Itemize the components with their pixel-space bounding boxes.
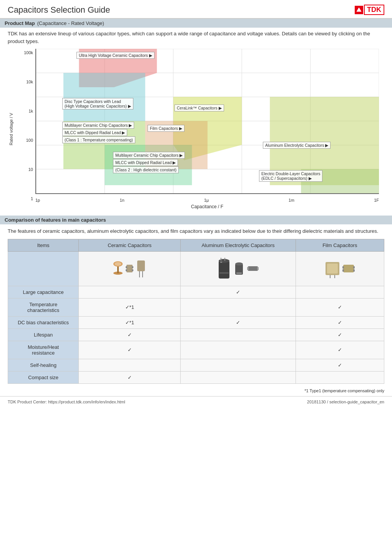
tdk-logo-symbol	[355, 6, 363, 14]
aluminum-dcbias: ✓	[181, 316, 296, 328]
label-mlcc1c: (Class 1 : Temperature compensating)	[62, 136, 135, 143]
section1-bar-label: Product Map	[5, 20, 35, 26]
aluminum-large-icon	[217, 257, 231, 280]
x-tick-1u: 1μ	[204, 198, 209, 202]
film-icons	[299, 255, 381, 282]
svg-rect-43	[247, 267, 249, 270]
film-dcbias: ✓	[296, 316, 384, 328]
y-tick-10: 10	[18, 167, 33, 172]
th-items: Items	[8, 239, 79, 251]
ceramic-lifespan: ✓	[79, 328, 181, 341]
y-tick-100k: 100k	[18, 50, 33, 55]
label-mlcc1[interactable]: Multilayer Ceramic Chip Capacitors ▶	[62, 122, 134, 129]
y-tick-1k: 1k	[18, 109, 33, 113]
aluminum-temp	[181, 298, 296, 316]
table-row: DC bias characteristics ✓*1 ✓ ✓	[8, 316, 384, 328]
film-selfheal: ✓	[296, 359, 384, 371]
section2-bar-label: Comparison of features in main capacitor…	[5, 217, 106, 223]
svg-rect-27	[126, 269, 127, 271]
svg-rect-53	[353, 269, 355, 272]
svg-rect-25	[126, 265, 133, 272]
svg-rect-33	[219, 261, 229, 279]
film-compact	[296, 371, 384, 383]
section2-bar: Comparison of features in main capacitor…	[0, 216, 392, 224]
table-row: Self-healing ✓	[8, 359, 384, 371]
label-mlcc2b[interactable]: MLCC with Dipped Radial Lead ▶	[113, 159, 178, 166]
film-moisture: ✓	[296, 341, 384, 359]
feature-selfheal: Self-healing	[8, 359, 79, 371]
footer-left: TDK Product Center: https://product.tdk.…	[8, 400, 125, 404]
label-disc[interactable]: Disc Type Capacitors with Lead (High Vol…	[62, 98, 133, 109]
label-ceralink[interactable]: CeraLink™ Capacitors ▶	[174, 104, 224, 111]
label-mlcc2[interactable]: Multilayer Ceramic Chip Capacitors ▶	[113, 152, 185, 159]
chart-svg	[36, 49, 379, 193]
label-film[interactable]: Film Capacitors ▶	[148, 125, 184, 132]
svg-rect-44	[257, 267, 259, 270]
feature-lifespan: Lifespan	[8, 328, 79, 341]
table-row: Compact size ✓	[8, 371, 384, 383]
svg-point-24	[115, 262, 121, 266]
svg-rect-30	[137, 260, 145, 271]
aluminum-lifespan	[181, 328, 296, 341]
section1-description: TDK has an extensive lineup of various c…	[0, 28, 392, 49]
svg-marker-0	[357, 8, 361, 12]
svg-rect-41	[236, 272, 242, 274]
svg-rect-46	[327, 264, 338, 274]
ceramic-image-cell	[79, 251, 181, 286]
section1-bar-sublabel: (Capacitance - Rated Voltage)	[37, 20, 104, 26]
svg-marker-14	[63, 73, 145, 121]
ceramic-disc-icon	[113, 261, 123, 276]
x-ticks: 1p 1n 1μ 1m 1F	[35, 198, 379, 202]
aluminum-moisture	[181, 341, 296, 359]
y-axis-label: Rated voltage / V	[9, 113, 13, 145]
page-title: Capacitors Selection Guide	[8, 5, 110, 15]
chart-container: Rated voltage / V 100k 10k 1k 100 10 1	[0, 49, 392, 213]
film-large-cap	[296, 286, 384, 298]
aluminum-smd-icon	[234, 261, 244, 276]
comparison-desc: The features of ceramic capacitors, alum…	[8, 227, 384, 235]
film-image-cell	[296, 251, 384, 286]
x-tick-1n: 1n	[120, 198, 124, 202]
svg-rect-49	[343, 265, 354, 272]
feature-large-cap: Large capacitance	[8, 286, 79, 298]
svg-rect-51	[342, 269, 344, 272]
label-mlcc1b[interactable]: MLCC with Dipped Radial Lead ▶	[62, 129, 127, 136]
feature-compact: Compact size	[8, 371, 79, 383]
aluminum-icons	[184, 255, 292, 282]
page-header: Capacitors Selection Guide TDK	[0, 0, 392, 19]
film-smd-icon	[342, 263, 355, 274]
ceramic-mlcc-icon	[126, 262, 133, 275]
label-edlc[interactable]: Electric Double-Layer Capacitors (EDLC /…	[259, 170, 322, 182]
ceramic-dcbias: ✓*1	[79, 316, 181, 328]
image-row-label	[8, 251, 79, 286]
x-tick-1F: 1F	[374, 198, 379, 202]
x-tick-1m: 1m	[289, 198, 294, 202]
footer-right: 20181130 / selection-guide_capacitor_en	[307, 400, 384, 404]
th-film: Film Capacitors	[296, 239, 384, 251]
tdk-logo-text: TDK	[364, 5, 384, 15]
label-uhv[interactable]: Ultra High Voltage Ceramic Capacitors ▶	[76, 52, 154, 59]
table-row: Moisture/Heatresistance ✓ ✓	[8, 341, 384, 359]
feature-dcbias: DC bias characteristics	[8, 316, 79, 328]
feature-temp: Temperaturecharacteristics	[8, 298, 79, 316]
table-row: Lifespan ✓ ✓	[8, 328, 384, 341]
y-tick-1: 1	[18, 196, 33, 201]
aluminum-flat-icon	[247, 265, 259, 272]
ceramic-large-cap	[79, 286, 181, 298]
feature-moisture: Moisture/Heatresistance	[8, 341, 79, 359]
section1-bar: Product Map (Capacitance - Rated Voltage…	[0, 19, 392, 28]
ceramic-compact: ✓	[79, 371, 181, 383]
th-aluminum: Aluminum Electrolytic Capacitors	[181, 239, 296, 251]
label-mlcc2c: (Class 2 : High dielectric constant)	[113, 166, 179, 173]
ceramic-moisture: ✓	[79, 341, 181, 359]
x-tick-1p: 1p	[35, 198, 40, 202]
y-tick-10k: 10k	[18, 80, 33, 84]
film-lifespan: ✓	[296, 328, 384, 341]
label-aluminum[interactable]: Aluminum Electrolytic Capacitors ▶	[263, 142, 331, 149]
svg-rect-35	[220, 262, 222, 263]
comparison-table: Items Ceramic Capacitors Aluminum Electr…	[8, 239, 384, 384]
aluminum-image-cell	[181, 251, 296, 286]
ceramic-selfheal	[79, 359, 181, 371]
film-box-icon	[325, 259, 340, 278]
x-axis-label: Capacitance / F	[18, 204, 379, 209]
